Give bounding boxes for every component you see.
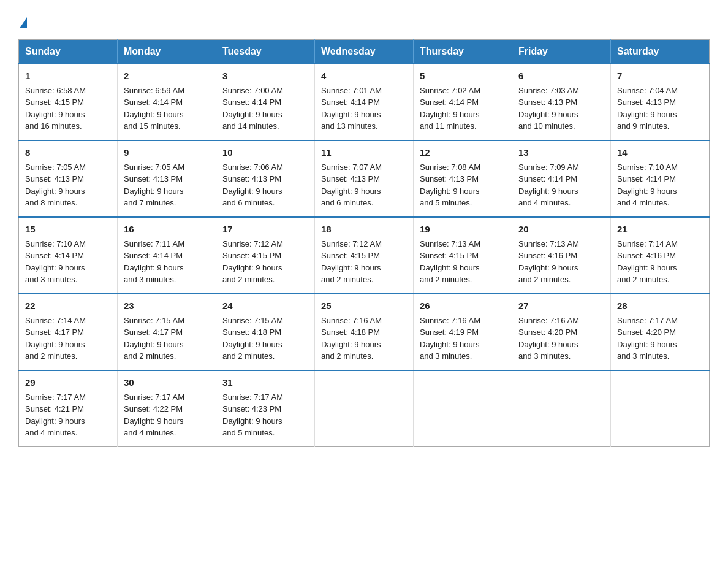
day-number: 15 [25, 223, 111, 236]
calendar-cell: 18Sunrise: 7:12 AMSunset: 4:15 PMDayligh… [315, 217, 414, 294]
calendar-cell: 9Sunrise: 7:05 AMSunset: 4:13 PMDaylight… [118, 140, 216, 217]
header-tuesday: Tuesday [216, 40, 315, 64]
day-number: 12 [420, 146, 506, 159]
calendar-header-row: SundayMondayTuesdayWednesdayThursdayFrid… [19, 40, 710, 64]
calendar-cell [414, 370, 512, 447]
calendar-cell: 12Sunrise: 7:08 AMSunset: 4:13 PMDayligh… [414, 140, 512, 217]
day-info: Sunrise: 7:14 AMSunset: 4:16 PMDaylight:… [617, 239, 678, 285]
day-info: Sunrise: 7:05 AMSunset: 4:13 PMDaylight:… [25, 163, 86, 208]
calendar-week-row: 15Sunrise: 7:10 AMSunset: 4:14 PMDayligh… [19, 217, 710, 294]
day-info: Sunrise: 7:11 AMSunset: 4:14 PMDaylight:… [124, 239, 184, 285]
day-number: 6 [518, 69, 604, 83]
calendar-cell: 1Sunrise: 6:58 AMSunset: 4:15 PMDaylight… [19, 64, 118, 140]
day-number: 1 [25, 69, 111, 83]
day-info: Sunrise: 7:17 AMSunset: 4:23 PMDaylight:… [222, 393, 283, 438]
day-info: Sunrise: 7:12 AMSunset: 4:15 PMDaylight:… [222, 239, 283, 285]
day-number: 18 [321, 223, 407, 236]
calendar-cell: 14Sunrise: 7:10 AMSunset: 4:14 PMDayligh… [611, 140, 710, 217]
day-info: Sunrise: 7:06 AMSunset: 4:13 PMDaylight:… [222, 163, 283, 208]
calendar-cell: 2Sunrise: 6:59 AMSunset: 4:14 PMDaylight… [118, 64, 216, 140]
header-monday: Monday [118, 40, 216, 64]
calendar-cell: 7Sunrise: 7:04 AMSunset: 4:13 PMDaylight… [611, 64, 710, 140]
day-info: Sunrise: 7:16 AMSunset: 4:20 PMDaylight:… [518, 316, 579, 361]
day-number: 25 [321, 299, 407, 313]
day-number: 8 [25, 146, 111, 159]
calendar-cell: 15Sunrise: 7:10 AMSunset: 4:14 PMDayligh… [19, 217, 118, 294]
calendar-cell: 5Sunrise: 7:02 AMSunset: 4:14 PMDaylight… [414, 64, 512, 140]
calendar-cell: 19Sunrise: 7:13 AMSunset: 4:15 PMDayligh… [414, 217, 512, 294]
day-info: Sunrise: 7:15 AMSunset: 4:17 PMDaylight:… [124, 316, 184, 361]
calendar-cell: 8Sunrise: 7:05 AMSunset: 4:13 PMDaylight… [19, 140, 118, 217]
header-friday: Friday [512, 40, 611, 64]
page-header [18, 12, 710, 28]
calendar-cell: 21Sunrise: 7:14 AMSunset: 4:16 PMDayligh… [611, 217, 710, 294]
calendar-cell: 30Sunrise: 7:17 AMSunset: 4:22 PMDayligh… [118, 370, 216, 447]
day-info: Sunrise: 7:00 AMSunset: 4:14 PMDaylight:… [222, 86, 283, 131]
calendar-cell: 13Sunrise: 7:09 AMSunset: 4:14 PMDayligh… [512, 140, 611, 217]
day-number: 17 [222, 223, 308, 236]
day-number: 19 [420, 223, 506, 236]
logo [18, 17, 27, 28]
day-number: 3 [222, 69, 308, 83]
calendar-week-row: 29Sunrise: 7:17 AMSunset: 4:21 PMDayligh… [19, 370, 710, 447]
calendar-cell: 28Sunrise: 7:17 AMSunset: 4:20 PMDayligh… [611, 294, 710, 370]
day-number: 23 [124, 299, 210, 313]
day-number: 11 [321, 146, 407, 159]
day-info: Sunrise: 7:10 AMSunset: 4:14 PMDaylight:… [617, 163, 678, 208]
day-number: 10 [222, 146, 308, 159]
day-info: Sunrise: 7:14 AMSunset: 4:17 PMDaylight:… [25, 316, 86, 361]
calendar-cell: 29Sunrise: 7:17 AMSunset: 4:21 PMDayligh… [19, 370, 118, 447]
day-number: 14 [617, 146, 703, 159]
header-sunday: Sunday [19, 40, 118, 64]
day-number: 28 [617, 299, 703, 313]
calendar-cell: 3Sunrise: 7:00 AMSunset: 4:14 PMDaylight… [216, 64, 315, 140]
calendar-cell: 17Sunrise: 7:12 AMSunset: 4:15 PMDayligh… [216, 217, 315, 294]
day-info: Sunrise: 7:17 AMSunset: 4:20 PMDaylight:… [617, 316, 678, 361]
calendar-cell: 23Sunrise: 7:15 AMSunset: 4:17 PMDayligh… [118, 294, 216, 370]
day-number: 30 [124, 376, 210, 389]
day-number: 16 [124, 223, 210, 236]
day-number: 7 [617, 69, 703, 83]
calendar-cell: 10Sunrise: 7:06 AMSunset: 4:13 PMDayligh… [216, 140, 315, 217]
day-info: Sunrise: 7:04 AMSunset: 4:13 PMDaylight:… [617, 86, 678, 131]
day-number: 4 [321, 69, 407, 83]
day-number: 9 [124, 146, 210, 159]
calendar-cell: 6Sunrise: 7:03 AMSunset: 4:13 PMDaylight… [512, 64, 611, 140]
calendar-cell [315, 370, 414, 447]
day-info: Sunrise: 7:17 AMSunset: 4:21 PMDaylight:… [25, 393, 86, 438]
day-info: Sunrise: 6:59 AMSunset: 4:14 PMDaylight:… [124, 86, 184, 131]
day-number: 13 [518, 146, 604, 159]
day-number: 31 [222, 376, 308, 389]
day-info: Sunrise: 7:09 AMSunset: 4:14 PMDaylight:… [518, 163, 579, 208]
day-number: 27 [518, 299, 604, 313]
day-number: 29 [25, 376, 111, 389]
day-info: Sunrise: 7:13 AMSunset: 4:15 PMDaylight:… [420, 239, 480, 285]
day-info: Sunrise: 7:16 AMSunset: 4:19 PMDaylight:… [420, 316, 480, 361]
calendar-cell: 26Sunrise: 7:16 AMSunset: 4:19 PMDayligh… [414, 294, 512, 370]
calendar-cell: 11Sunrise: 7:07 AMSunset: 4:13 PMDayligh… [315, 140, 414, 217]
day-info: Sunrise: 7:03 AMSunset: 4:13 PMDaylight:… [518, 86, 579, 131]
calendar-table: SundayMondayTuesdayWednesdayThursdayFrid… [18, 39, 710, 447]
day-number: 5 [420, 69, 506, 83]
day-info: Sunrise: 7:10 AMSunset: 4:14 PMDaylight:… [25, 239, 86, 285]
calendar-week-row: 8Sunrise: 7:05 AMSunset: 4:13 PMDaylight… [19, 140, 710, 217]
day-info: Sunrise: 7:08 AMSunset: 4:13 PMDaylight:… [420, 163, 480, 208]
day-info: Sunrise: 7:13 AMSunset: 4:16 PMDaylight:… [518, 239, 579, 285]
calendar-cell: 22Sunrise: 7:14 AMSunset: 4:17 PMDayligh… [19, 294, 118, 370]
day-info: Sunrise: 7:02 AMSunset: 4:14 PMDaylight:… [420, 86, 480, 131]
calendar-week-row: 1Sunrise: 6:58 AMSunset: 4:15 PMDaylight… [19, 64, 710, 140]
day-info: Sunrise: 7:01 AMSunset: 4:14 PMDaylight:… [321, 86, 382, 131]
header-wednesday: Wednesday [315, 40, 414, 64]
calendar-week-row: 22Sunrise: 7:14 AMSunset: 4:17 PMDayligh… [19, 294, 710, 370]
header-thursday: Thursday [414, 40, 512, 64]
day-number: 24 [222, 299, 308, 313]
calendar-cell: 24Sunrise: 7:15 AMSunset: 4:18 PMDayligh… [216, 294, 315, 370]
calendar-cell: 4Sunrise: 7:01 AMSunset: 4:14 PMDaylight… [315, 64, 414, 140]
day-number: 20 [518, 223, 604, 236]
day-info: Sunrise: 7:16 AMSunset: 4:18 PMDaylight:… [321, 316, 382, 361]
logo-triangle-icon [20, 17, 27, 28]
calendar-cell: 25Sunrise: 7:16 AMSunset: 4:18 PMDayligh… [315, 294, 414, 370]
day-number: 2 [124, 69, 210, 83]
day-info: Sunrise: 7:12 AMSunset: 4:15 PMDaylight:… [321, 239, 382, 285]
day-info: Sunrise: 6:58 AMSunset: 4:15 PMDaylight:… [25, 86, 86, 131]
